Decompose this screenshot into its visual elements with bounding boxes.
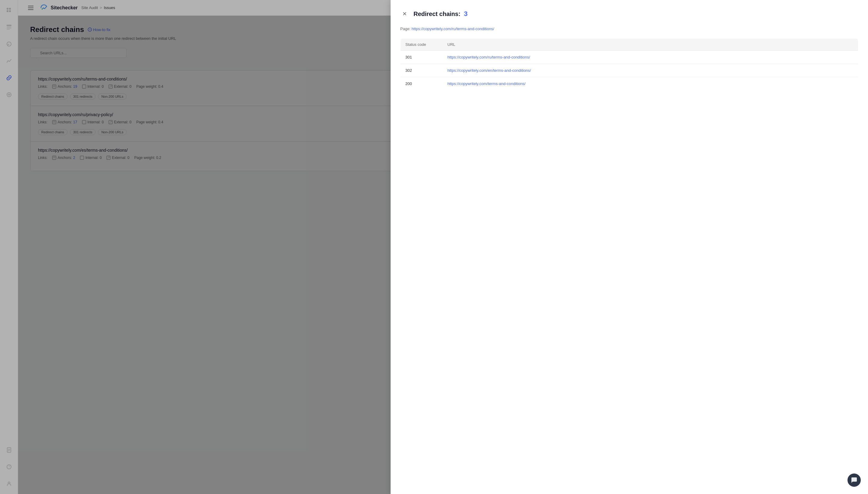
panel-page-label: Page: bbox=[400, 26, 411, 31]
panel-header: ✕ Redirect chains: 3 bbox=[400, 10, 859, 18]
panel-page-info: Page: https://copywritely.com/ru/terms-a… bbox=[400, 26, 859, 31]
side-panel: ✕ Redirect chains: 3 Page: https://copyw… bbox=[391, 0, 868, 494]
redirect-url-2: https://copywritely.com/en/terms-and-con… bbox=[443, 64, 859, 77]
panel-overlay[interactable]: ✕ Redirect chains: 3 Page: https://copyw… bbox=[0, 0, 868, 494]
chat-widget[interactable] bbox=[848, 474, 861, 487]
redirect-url-3: https://copywritely.com/terms-and-condit… bbox=[443, 77, 859, 91]
redirect-url-link[interactable]: https://copywritely.com/en/terms-and-con… bbox=[448, 68, 531, 73]
status-code-302: 302 bbox=[400, 64, 443, 77]
panel-page-url[interactable]: https://copywritely.com/ru/terms-and-con… bbox=[412, 26, 494, 31]
table-row: 302 https://copywritely.com/en/terms-and… bbox=[400, 64, 859, 77]
redirect-table: Status code URL 301 https://copywritely.… bbox=[400, 38, 859, 91]
table-header-url: URL bbox=[443, 39, 859, 51]
status-code-301: 301 bbox=[400, 51, 443, 64]
table-header-status: Status code bbox=[400, 39, 443, 51]
table-row: 200 https://copywritely.com/terms-and-co… bbox=[400, 77, 859, 91]
panel-count: 3 bbox=[464, 10, 468, 18]
panel-title: Redirect chains: 3 bbox=[414, 10, 468, 18]
close-button[interactable]: ✕ bbox=[400, 10, 409, 18]
table-row: 301 https://copywritely.com/ru/terms-and… bbox=[400, 51, 859, 64]
redirect-url-1: https://copywritely.com/ru/terms-and-con… bbox=[443, 51, 859, 64]
status-code-200: 200 bbox=[400, 77, 443, 91]
redirect-url-link[interactable]: https://copywritely.com/ru/terms-and-con… bbox=[448, 55, 530, 59]
redirect-url-link[interactable]: https://copywritely.com/terms-and-condit… bbox=[448, 81, 526, 86]
panel-title-text: Redirect chains: bbox=[414, 11, 460, 17]
